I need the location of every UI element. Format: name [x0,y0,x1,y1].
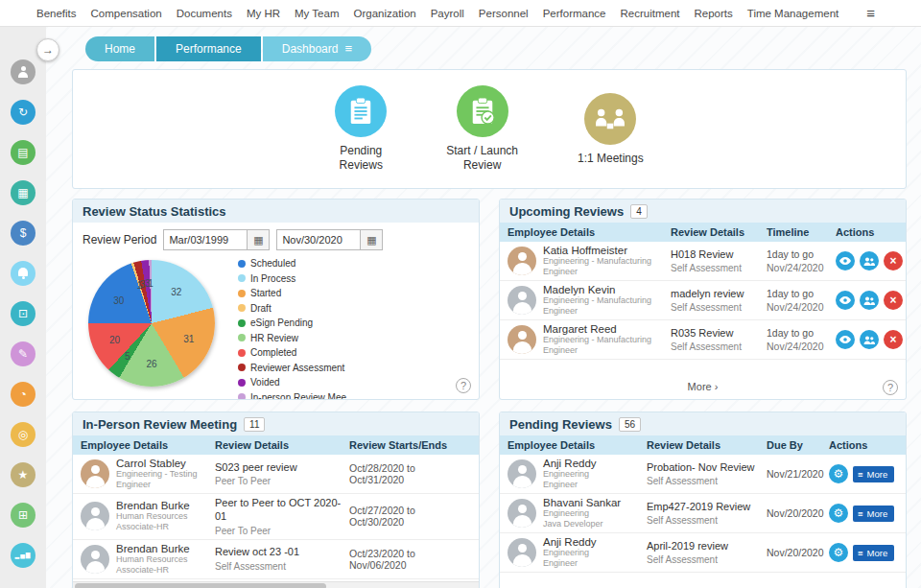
table-row[interactable]: Bhavani Sankar Engineering Java Develope… [500,494,906,533]
legend-item: Scheduled [238,258,354,269]
more-button[interactable]: ≡ More [853,506,894,522]
more-link[interactable]: More › [688,381,719,392]
start-launch-label-2: Review [446,158,518,173]
breadcrumb-performance[interactable]: Performance [156,36,261,61]
tasks-icon[interactable]: ▤ [11,140,35,165]
menu-lines-icon: ≡ [858,508,863,519]
due-by-cell: Nov/20/2020 [767,507,829,519]
col-review-starts-ends: Review Starts/Ends [349,439,471,451]
nav-reports[interactable]: Reports [695,8,733,19]
more-button[interactable]: ≡ More [853,466,894,482]
nav-compensation[interactable]: Compensation [91,8,162,19]
employee-role: Java Developer [543,519,621,529]
card-header: Review Status Statistics [73,200,479,223]
pie-chart: 323126520301331 [88,260,215,387]
cancel-button[interactable]: × [884,330,903,349]
pie-slice-label: 30 [113,294,124,305]
more-button[interactable]: ≡ More [853,545,894,561]
monitor-icon[interactable]: ⊡ [11,301,35,326]
table-row[interactable]: Margaret Reed Engineering - Manufacturin… [500,320,906,360]
avatar [81,502,109,530]
nav-my-hr[interactable]: My HR [247,8,280,19]
days-to-go: 1day to go [767,248,836,260]
sync-icon[interactable]: ↻ [11,100,35,125]
checklist-icon [457,85,508,137]
one-on-one-meetings-action[interactable]: 1:1 Meetings [578,93,644,166]
table-row[interactable]: Katia Hoffmeister Engineering - Manufact… [500,242,906,281]
employee-cell: Anji Reddy Engineering Engineer [508,458,647,490]
time-icon[interactable]: ◔ [11,382,35,407]
timeline-cell: 1day to go Nov/24/2020 [767,288,836,313]
start-launch-review-action[interactable]: Start / Launch Review [446,85,518,173]
period-to-input[interactable] [276,229,361,250]
col-employee-details: Employee Details [508,439,647,451]
table-row[interactable]: Brendan Burke Human Resources Associate-… [73,494,479,540]
calendar-from-button[interactable]: ▦ [247,229,270,250]
goals-icon[interactable]: ◎ [11,422,35,447]
breadcrumb-home[interactable]: Home [85,36,154,61]
nav-time-management[interactable]: Time Management [747,8,838,19]
notifications-icon[interactable] [11,261,35,286]
employee-name: Anji Reddy [543,536,597,548]
employee-role: Engineer [543,306,651,317]
view-button[interactable] [836,330,855,349]
help-button[interactable]: ? [456,378,471,393]
nav-payroll[interactable]: Payroll [431,8,464,19]
nav-recruitment[interactable]: Recruitment [621,8,680,19]
employee-name: Brendan Burke [116,543,190,554]
hamburger-menu-icon[interactable]: ≡ [866,5,921,21]
actions-cell: × [836,251,903,270]
dashboard-menu-icon[interactable]: ≡ [344,36,352,61]
reassign-button[interactable] [860,251,879,270]
table-row[interactable]: Carrol Stabley Engineering - Testing Eng… [73,455,479,494]
breadcrumb-dashboard[interactable]: Dashboard ≡ [263,36,371,61]
table-row[interactable]: Anji Reddy Engineering Engineer April-20… [500,533,906,573]
employee-role: Engineer [543,345,651,356]
review-name: H018 Review [671,248,767,262]
horizontal-scrollbar[interactable] [73,581,479,588]
payroll-icon[interactable]: $ [11,221,35,246]
settings-button[interactable]: ⚙ [829,543,848,562]
review-cell: April-2019 review Self Assessment [647,540,767,566]
reassign-button[interactable] [860,291,879,310]
table-row[interactable]: Brendan Burke Human Resources Associate-… [73,540,479,579]
awards-icon[interactable]: ★ [11,462,35,487]
table-row[interactable]: Madelyn Kevin Engineering - Manufacturin… [500,281,906,320]
scrollbar-thumb[interactable] [75,583,326,588]
more-button-label: More [867,469,888,480]
review-name: Peer to Peer to OCT 2020-01 [215,497,349,524]
view-button[interactable] [836,251,855,270]
reports-icon[interactable]: ▂▅▇ [11,543,35,568]
table-row[interactable]: Anji Reddy Engineering Engineer Probatio… [500,455,906,494]
view-button[interactable] [836,291,855,310]
reassign-button[interactable] [860,330,879,349]
nav-organization[interactable]: Organization [353,8,415,19]
sidebar-toggle-button[interactable]: → [36,38,59,61]
cancel-button[interactable]: × [884,291,903,310]
help-button[interactable]: ? [883,380,898,395]
calendar-to-button[interactable]: ▦ [360,229,383,250]
pending-reviews-action[interactable]: Pending Reviews [335,85,387,173]
legend-dot [238,290,246,297]
calendar-icon[interactable]: ▦ [11,180,35,205]
calculator-icon[interactable]: ⊞ [11,503,35,528]
upcoming-reviews-card: Upcoming Reviews 4 Employee Details Revi… [499,199,907,400]
due-by-cell: Nov/20/2020 [767,547,829,558]
cancel-button[interactable]: × [884,251,903,270]
avatar [508,247,536,275]
notes-icon[interactable]: ✎ [11,341,35,366]
settings-button[interactable]: ⚙ [829,464,848,483]
nav-benefits[interactable]: Benefits [36,8,77,19]
nav-personnel[interactable]: Personnel [479,8,529,19]
employees-icon[interactable] [11,59,35,84]
settings-button[interactable]: ⚙ [829,504,848,523]
employee-role: Associate-HR [116,565,190,576]
nav-documents[interactable]: Documents [177,8,232,19]
arrow-right-icon: → [42,43,54,57]
review-cell: H018 Review Self Assessment [671,248,767,274]
legend-item: HR Review [238,333,354,343]
period-from-input[interactable] [163,229,248,250]
timeline-date: Nov/24/2020 [767,262,836,273]
nav-my-team[interactable]: My Team [295,8,339,19]
nav-performance[interactable]: Performance [543,8,606,19]
